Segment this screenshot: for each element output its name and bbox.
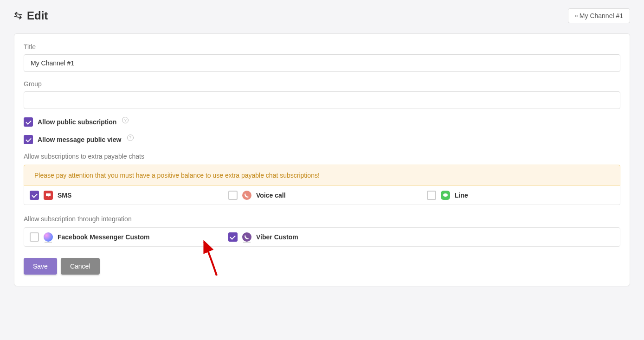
viber-icon [242, 232, 251, 242]
line-checkbox[interactable] [427, 191, 436, 200]
title-input[interactable] [24, 54, 620, 72]
allow-public-subscription-row: Allow public subscription ? [24, 117, 620, 127]
title-group: Title [24, 43, 620, 72]
button-row: Save Cancel [24, 258, 620, 275]
voice-label: Voice call [256, 192, 286, 199]
integration-option-viber: Viber Custom [223, 228, 421, 246]
breadcrumb-label: My Channel #1 [580, 12, 623, 19]
group-label: Group [24, 80, 620, 88]
allow-message-public-view-label: Allow message public view [38, 136, 122, 143]
group-group: Group [24, 80, 620, 109]
viber-checkbox[interactable] [228, 232, 238, 242]
allow-message-public-view-checkbox[interactable] [24, 135, 33, 144]
fb-messenger-checkbox[interactable] [30, 232, 39, 242]
title-label: Title [24, 43, 620, 51]
messenger-icon [44, 232, 53, 242]
swap-arrows-icon: ⇄ [13, 9, 23, 23]
save-button[interactable]: Save [24, 258, 57, 275]
cancel-button[interactable]: Cancel [61, 258, 100, 275]
sms-label: SMS [58, 192, 71, 199]
integration-options-grid: Facebook Messenger Custom Viber Custom [24, 227, 620, 247]
line-icon [441, 191, 450, 200]
payable-option-sms: SMS [24, 186, 223, 205]
phone-icon [242, 191, 251, 200]
payable-option-line: Line [421, 186, 620, 205]
viber-label: Viber Custom [256, 233, 298, 241]
voice-checkbox[interactable] [228, 191, 238, 200]
svg-point-0 [443, 193, 448, 197]
payable-option-voice: Voice call [223, 186, 421, 205]
allow-public-subscription-label: Allow public subscription [38, 118, 116, 126]
payable-section-label: Allow subscriptions to extra payable cha… [24, 153, 620, 160]
breadcrumb-button[interactable]: « My Channel #1 [568, 8, 630, 23]
chevron-left-double-icon: « [575, 13, 577, 19]
integration-section-label: Allow subscription through integration [24, 215, 620, 223]
group-input[interactable] [24, 91, 620, 109]
integration-option-fb: Facebook Messenger Custom [24, 228, 223, 246]
page-title: Edit [27, 9, 48, 22]
line-label: Line [455, 192, 468, 199]
help-icon[interactable]: ? [127, 135, 134, 141]
allow-public-subscription-checkbox[interactable] [24, 117, 33, 127]
page-title-wrap: ⇄ Edit [14, 9, 48, 22]
sms-icon [44, 191, 53, 200]
payable-options-grid: SMS Voice call Line [24, 186, 620, 205]
page-header: ⇄ Edit « My Channel #1 [0, 0, 644, 29]
fb-messenger-label: Facebook Messenger Custom [58, 233, 149, 241]
help-icon[interactable]: ? [122, 117, 129, 123]
sms-checkbox[interactable] [30, 191, 39, 200]
edit-form-card: Title Group Allow public subscription ? … [14, 33, 630, 286]
payable-warning: Please pay attention that you must have … [24, 165, 620, 186]
allow-message-public-view-row: Allow message public view ? [24, 135, 620, 144]
